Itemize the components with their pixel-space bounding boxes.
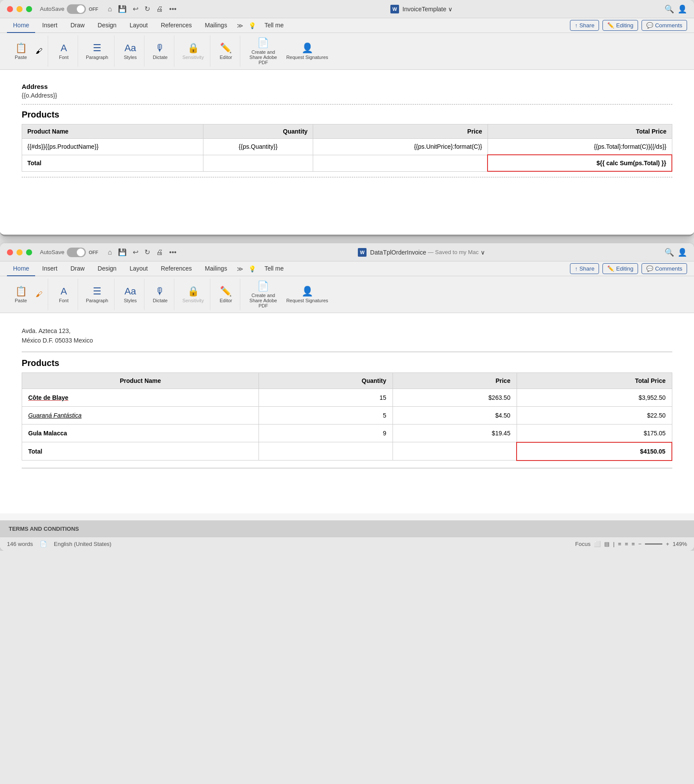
print-icon-1[interactable]: 🖨 [154, 4, 165, 14]
tab-references-2[interactable]: References [155, 261, 198, 276]
tab-references-1[interactable]: References [155, 18, 198, 33]
list-icon-2-2[interactable]: ≡ [625, 541, 628, 547]
editor-label-1: Editor [220, 55, 232, 60]
minimize-button-1[interactable] [16, 6, 23, 12]
request-tool-1[interactable]: 👤 Request Signatures [284, 41, 331, 62]
sensitivity-tool-1[interactable]: 🔒 Sensitivity [180, 41, 206, 62]
dictate-tool-2[interactable]: 🎙 Dictate [150, 284, 170, 305]
zoom-minus-2[interactable]: − [638, 541, 642, 547]
editing-button-1[interactable]: ✏️ Editing [602, 20, 638, 31]
save-icon-2[interactable]: 💾 [116, 247, 128, 257]
format-icon-1: 🖌 [36, 47, 43, 55]
address-line1-2: Avda. Azteca 123, México D.F. 05033 Mexi… [22, 326, 672, 346]
create-share-tool-1[interactable]: 📄 Create and Share Adobe PDF [246, 36, 281, 67]
close-button-2[interactable] [7, 249, 13, 255]
comments-button-2[interactable]: 💬 Comments [642, 263, 687, 274]
ribbon-tabs-2: Home Insert Draw Design Layout Reference… [0, 261, 694, 276]
editor-tool-2[interactable]: ✏️ Editor [216, 284, 236, 305]
more-tabs-icon-2[interactable]: ≫ [234, 262, 246, 276]
table-row-template-1: {{#ds}}{{ps.ProductName}} {{ps.Quantity}… [22, 139, 672, 155]
font-icon-1: A [61, 42, 67, 54]
editing-button-2[interactable]: ✏️ Editing [602, 263, 638, 274]
zoom-slider-2[interactable]: ━━━━━ [645, 541, 662, 547]
share-button-1[interactable]: ↑ Share [570, 20, 599, 31]
separator-icon-2: | [613, 541, 614, 547]
paragraph-label-2: Paragraph [86, 298, 108, 303]
format-tool-1[interactable]: 🖌 [34, 46, 44, 56]
cell-price-3-2: $19.45 [393, 424, 517, 442]
view-toggle-icon-2[interactable]: ▤ [604, 541, 609, 547]
more-tabs-icon-1[interactable]: ≫ [234, 19, 246, 33]
styles-icon-1: Aa [124, 42, 136, 54]
dictate-tool-1[interactable]: 🎙 Dictate [150, 41, 170, 62]
close-button-1[interactable] [7, 6, 13, 12]
undo-icon-1[interactable]: ↩ [131, 4, 140, 14]
create-share-tool-2[interactable]: 📄 Create and Share Adobe PDF [246, 279, 281, 310]
tab-home-2[interactable]: Home [7, 261, 35, 276]
pencil-icon-2: ✏️ [607, 265, 614, 272]
tab-layout-1[interactable]: Layout [124, 18, 154, 33]
editor-label-2: Editor [220, 298, 232, 303]
comments-button-1[interactable]: 💬 Comments [642, 20, 687, 31]
autosave-toggle-1[interactable] [67, 4, 86, 14]
autosave-toggle-2[interactable] [67, 248, 86, 257]
font-tool-2[interactable]: A Font [53, 284, 74, 305]
paragraph-icon-1: ☰ [93, 42, 101, 54]
editor-icon-2: ✏️ [220, 286, 232, 297]
dictate-label-1: Dictate [153, 55, 167, 60]
request-tool-2[interactable]: 👤 Request Signatures [284, 284, 331, 305]
more-icon-2[interactable]: ••• [167, 248, 178, 257]
paragraph-tool-1[interactable]: ☰ Paragraph [83, 41, 111, 62]
format-tool-2[interactable]: 🖌 [34, 290, 44, 299]
profile-icon-1[interactable]: 👤 [678, 4, 687, 14]
search-icon-1[interactable]: 🔍 [665, 4, 674, 14]
styles-label-1: Styles [124, 55, 137, 60]
save-icon-1[interactable]: 💾 [116, 4, 128, 14]
list-icon-3-2[interactable]: ≡ [632, 541, 635, 547]
profile-icon-2[interactable]: 👤 [678, 248, 687, 257]
undo-icon-2[interactable]: ↩ [131, 247, 140, 257]
paste-icon-2: 📋 [15, 286, 27, 297]
cell-qty-3-2: 9 [259, 424, 393, 442]
tab-mailings-2[interactable]: Mailings [199, 261, 233, 276]
pencil-icon-1: ✏️ [607, 22, 614, 29]
redo-icon-2[interactable]: ↻ [143, 247, 152, 257]
redo-icon-1[interactable]: ↻ [143, 4, 152, 14]
font-tool-1[interactable]: A Font [53, 41, 74, 62]
layout-icon-2[interactable]: ⬜ [594, 541, 601, 547]
paragraph-tool-2[interactable]: ☰ Paragraph [83, 284, 111, 305]
maximize-button-2[interactable] [26, 249, 32, 255]
tab-draw-2[interactable]: Draw [64, 261, 91, 276]
home-icon-1[interactable]: ⌂ [106, 4, 114, 14]
paste-tool-2[interactable]: 📋 Paste [10, 284, 31, 305]
filename-1: W InvoiceTemplate ∨ [183, 5, 660, 13]
styles-tool-1[interactable]: Aa Styles [120, 41, 141, 62]
maximize-button-1[interactable] [26, 6, 32, 12]
focus-label-2[interactable]: Focus [575, 541, 590, 547]
more-icon-1[interactable]: ••• [167, 4, 178, 14]
titlebar-icons-1: ⌂ 💾 ↩ ↻ 🖨 ••• [106, 4, 178, 14]
sensitivity-tool-2[interactable]: 🔒 Sensitivity [180, 284, 206, 305]
styles-tool-2[interactable]: Aa Styles [120, 284, 141, 305]
share-label-2: Share [579, 265, 595, 272]
tab-mailings-1[interactable]: Mailings [199, 18, 233, 33]
tab-tellme-1[interactable]: Tell me [259, 18, 290, 33]
window-controls-1 [7, 6, 32, 12]
search-icon-2[interactable]: 🔍 [665, 248, 674, 257]
tab-design-2[interactable]: Design [92, 261, 123, 276]
minimize-button-2[interactable] [16, 249, 23, 255]
tab-tellme-2[interactable]: Tell me [259, 261, 290, 276]
tab-insert-2[interactable]: Insert [36, 261, 63, 276]
zoom-plus-2[interactable]: + [666, 541, 669, 547]
editor-tool-1[interactable]: ✏️ Editor [216, 41, 236, 62]
share-button-2[interactable]: ↑ Share [570, 263, 599, 274]
tab-design-1[interactable]: Design [92, 18, 123, 33]
home-icon-2[interactable]: ⌂ [106, 248, 114, 257]
list-icon-1-2[interactable]: ≡ [618, 541, 622, 547]
paste-tool-1[interactable]: 📋 Paste [10, 41, 31, 62]
tab-insert-1[interactable]: Insert [36, 18, 63, 33]
print-icon-2[interactable]: 🖨 [154, 248, 165, 257]
tab-home-1[interactable]: Home [7, 18, 35, 33]
tab-layout-2[interactable]: Layout [124, 261, 154, 276]
tab-draw-1[interactable]: Draw [64, 18, 91, 33]
